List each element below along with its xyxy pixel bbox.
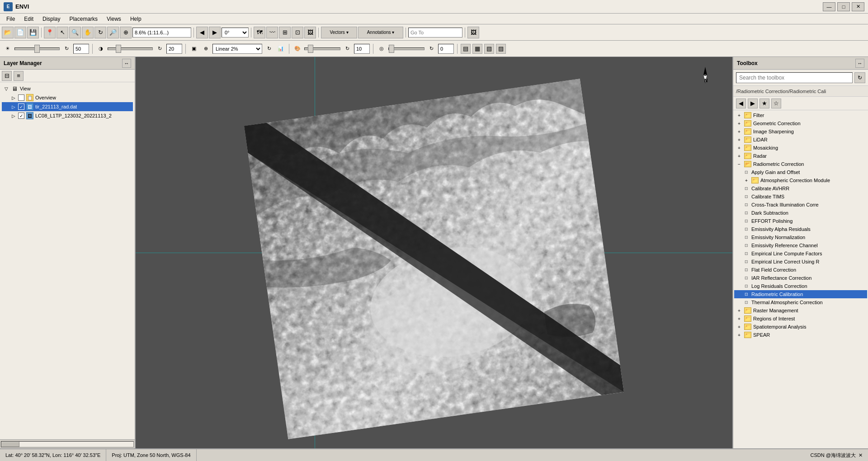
tb-item-empirical-correct[interactable]: ⊡ Empirical Line Correct Using R [734, 258, 867, 266]
rotation-select[interactable]: 0° 90° [222, 28, 249, 38]
quick-stretch1-button[interactable]: ▤ [461, 44, 471, 54]
next-extent-button[interactable]: ▶ [209, 27, 221, 38]
tb-item-regions[interactable]: + 📁 Regions of Interest [734, 315, 867, 323]
zoom-input[interactable] [132, 28, 191, 38]
brightness-value-input[interactable] [73, 44, 89, 54]
tb-item-effort[interactable]: ⊡ EFFORT Polishing [734, 217, 867, 225]
tree-item-tir-rad[interactable]: ▷ 🖼 tir_221113_rad.dat [2, 102, 133, 111]
csdn-close-icon[interactable]: ✕ [859, 452, 863, 458]
zoom-in2-button[interactable]: ⊕ [120, 27, 132, 38]
quick-stretch3-button[interactable]: ▧ [484, 44, 494, 54]
radar-expand-icon[interactable]: + [736, 154, 742, 159]
overview-expand-icon[interactable]: ▷ [11, 95, 16, 100]
tb-item-log-residuals[interactable]: ⊡ Log Residuals Correction [734, 282, 867, 290]
menu-edit[interactable]: Edit [19, 15, 38, 23]
goto-input[interactable] [408, 28, 462, 38]
contrast-refresh-button[interactable]: ↻ [155, 44, 165, 54]
lm-options-button[interactable]: ≡ [14, 71, 24, 81]
tb-item-calibrate-tims[interactable]: ⊡ Calibrate TIMS [734, 193, 867, 201]
lc08-checkbox[interactable] [18, 113, 24, 119]
saturation-refresh-button[interactable]: ↻ [426, 44, 436, 54]
filter-expand-icon[interactable]: + [736, 113, 742, 118]
cursor-button[interactable]: ↖ [57, 27, 68, 38]
tool1-button[interactable]: 🗺 [254, 27, 265, 38]
minimize-button[interactable]: — [823, 2, 835, 11]
tb-unstar-button[interactable]: ☆ [771, 99, 781, 108]
view-expand-icon[interactable]: ▽ [4, 86, 9, 91]
tb-item-flat-field[interactable]: ⊡ Flat Field Correction [734, 266, 867, 274]
spear-expand-icon[interactable]: + [736, 333, 742, 338]
tb-forward-button[interactable]: ▶ [748, 99, 758, 108]
tb-item-cross-track[interactable]: ⊡ Cross-Track Illumination Corre [734, 201, 867, 209]
lm-scrollbar-thumb[interactable] [1, 442, 19, 447]
tb-item-apply-gain[interactable]: ⊡ Apply Gain and Offset [734, 168, 867, 176]
menu-help[interactable]: Help [126, 15, 146, 23]
tb-item-radiometric[interactable]: − 📂 Radiometric Correction [734, 160, 867, 168]
close-button[interactable]: ✕ [852, 2, 864, 11]
quick-stretch4-button[interactable]: ▨ [496, 44, 506, 54]
lc08-expand-icon[interactable]: ▷ [11, 113, 16, 118]
menu-views[interactable]: Views [102, 15, 126, 23]
annotations-dropdown[interactable]: Annotations ▾ [358, 27, 403, 38]
tb-item-emissivity-ref[interactable]: ⊡ Emissivity Reference Channel [734, 241, 867, 249]
layer-manager-pin-button[interactable]: ↔ [122, 59, 131, 68]
tree-item-view[interactable]: ▽ 🖥 View [2, 84, 133, 93]
atmospheric-expand-icon[interactable]: + [743, 178, 750, 183]
brightness-slider[interactable] [14, 47, 60, 50]
tb-item-radiometric-cal[interactable]: ⊡ Radiometric Calibration [734, 290, 867, 298]
new-button[interactable]: 📄 [14, 27, 26, 38]
tb-item-spatiotemporal[interactable]: + 📁 Spatiotemporal Analysis [734, 323, 867, 331]
contrast-slider[interactable] [108, 47, 153, 50]
sharpening-expand-icon[interactable]: + [736, 129, 742, 134]
toolbox-refresh-button[interactable]: ↻ [854, 72, 865, 83]
tb-item-mosaicking[interactable]: + 📁 Mosaicking [734, 144, 867, 152]
brightness-refresh-button[interactable]: ↻ [61, 44, 71, 54]
tb-item-image-sharpening[interactable]: + 📁 Image Sharpening [734, 127, 867, 136]
tb-item-filter[interactable]: + 📁 Filter [734, 111, 867, 119]
zoom-out-button[interactable]: 🔎 [107, 27, 119, 38]
open-file-button[interactable]: 📂 [2, 27, 14, 38]
maximize-button[interactable]: □ [837, 2, 850, 11]
histogram-icon[interactable]: 📊 [276, 44, 286, 54]
spatiotemporal-expand-icon[interactable]: + [736, 325, 742, 329]
chip-button[interactable]: 🖼 [467, 27, 479, 38]
roi-button[interactable]: ⊡ [292, 27, 303, 38]
overview-checkbox[interactable] [18, 94, 24, 101]
tb-item-atmospheric[interactable]: + 📁 Atmospheric Correction Module [734, 176, 867, 184]
saturation-slider[interactable] [388, 47, 425, 50]
toolbox-pin-button[interactable]: ↔ [855, 59, 864, 68]
saturation-value-input[interactable] [438, 44, 454, 54]
rotate-button[interactable]: ↻ [94, 27, 106, 38]
tb-star-button[interactable]: ★ [760, 99, 769, 108]
map-area[interactable]: N [136, 57, 732, 448]
tb-item-thermal-atm[interactable]: ⊡ Thermal Atmospheric Correction [734, 298, 867, 306]
tb-item-radar[interactable]: + 📁 Radar [734, 152, 867, 160]
layer-manager-scrollbar[interactable] [0, 439, 135, 448]
lidar-expand-icon[interactable]: + [736, 137, 742, 142]
tb-item-spear[interactable]: + 📁 SPEAR [734, 331, 867, 339]
pan-button[interactable]: ✋ [82, 27, 94, 38]
sharpness-value-input[interactable] [354, 44, 370, 54]
mosaicking-expand-icon[interactable]: + [736, 146, 742, 151]
tb-item-emissivity-alpha[interactable]: ⊡ Emissivity Alpha Residuals [734, 225, 867, 233]
tree-item-lc08[interactable]: ▷ 🖼 LC08_L1TP_123032_20221113_2 [2, 111, 133, 120]
toolbox-search-input[interactable] [736, 72, 853, 83]
tb-item-emissivity-norm[interactable]: ⊡ Emissivity Normalization [734, 233, 867, 241]
contrast-value-input[interactable] [166, 44, 182, 54]
menu-display[interactable]: Display [38, 15, 65, 23]
tb-item-geometric[interactable]: + 📁 Geometric Correction [734, 119, 867, 127]
tree-item-overview[interactable]: ▷ 📋 Overview [2, 93, 133, 102]
tb-item-dark-sub[interactable]: ⊡ Dark Subtraction [734, 209, 867, 217]
tb-item-empirical-compute[interactable]: ⊡ Empirical Line Compute Factors [734, 249, 867, 258]
raster-expand-icon[interactable]: + [736, 308, 742, 313]
stretch-type-select[interactable]: Linear 2% Linear 29 None [212, 44, 262, 54]
prev-extent-button[interactable]: ◀ [196, 27, 208, 38]
tb-item-lidar[interactable]: + 📁 LiDAR [734, 136, 867, 144]
lm-collapse-all-button[interactable]: ⊟ [2, 71, 12, 81]
sharpness-slider[interactable] [304, 47, 340, 50]
tb-item-iar[interactable]: ⊡ IAR Reflectance Correction [734, 274, 867, 282]
quick-stretch2-button[interactable]: ▦ [472, 44, 482, 54]
tool3-button[interactable]: ⊞ [279, 27, 291, 38]
radiometric-expand-icon[interactable]: − [736, 162, 742, 167]
regions-expand-icon[interactable]: + [736, 316, 742, 321]
